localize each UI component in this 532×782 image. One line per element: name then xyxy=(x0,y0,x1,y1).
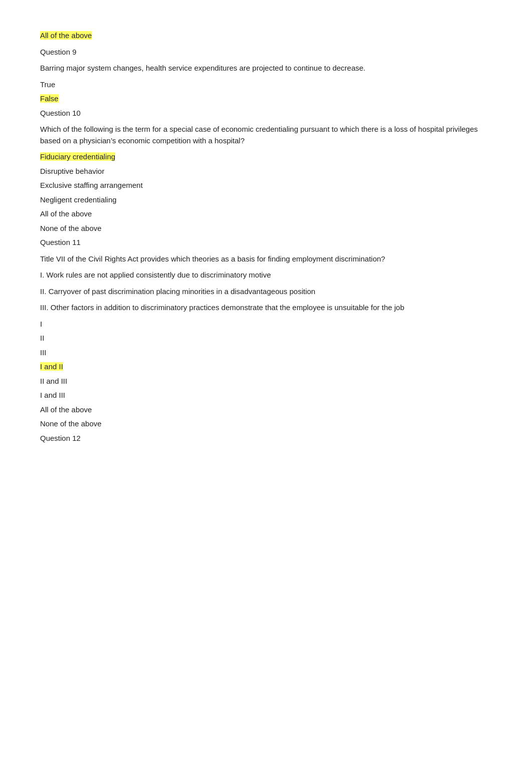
question-10-block: Question 10 Which of the following is th… xyxy=(40,108,492,234)
q10-option-2: Exclusive staffing arrangement xyxy=(40,180,492,191)
question-10-text: Which of the following is the term for a… xyxy=(40,124,492,146)
q11-option-6: All of the above xyxy=(40,404,492,416)
question-12-block: Question 12 xyxy=(40,433,492,444)
q10-option-0: Fiduciary credentialing xyxy=(40,151,492,163)
q11-option-5: I and III xyxy=(40,390,492,401)
q10-option-5: None of the above xyxy=(40,223,492,234)
question-9-text: Barring major system changes, health ser… xyxy=(40,63,492,74)
q11-option-1: II xyxy=(40,333,492,344)
question-9-label: Question 9 xyxy=(40,47,492,58)
question-10-label: Question 10 xyxy=(40,108,492,119)
question-11-block: Question 11 Title VII of the Civil Right… xyxy=(40,237,492,430)
q9-option-true: True xyxy=(40,79,492,91)
q11-option-4: II and III xyxy=(40,376,492,387)
q10-option-1: Disruptive behavior xyxy=(40,166,492,177)
q11-option-3: I and II xyxy=(40,361,492,373)
question-9-block: Question 9 Barring major system changes,… xyxy=(40,47,492,105)
q11-option-2: III xyxy=(40,347,492,359)
q11-statement-1: II. Carryover of past discrimination pla… xyxy=(40,286,492,298)
q10-option-3: Negligent credentialing xyxy=(40,194,492,206)
q11-statement-2: III. Other factors in addition to discri… xyxy=(40,302,492,314)
q11-option-0: I xyxy=(40,319,492,330)
q10-option-4: All of the above xyxy=(40,208,492,220)
q11-statement-0: I. Work rules are not applied consistent… xyxy=(40,270,492,281)
q11-option-7: None of the above xyxy=(40,418,492,430)
q9-option-false: False xyxy=(40,93,492,105)
q8-answer: All of the above xyxy=(40,30,492,42)
question-11-label: Question 11 xyxy=(40,237,492,248)
question-11-text: Title VII of the Civil Rights Act provid… xyxy=(40,253,492,265)
question-12-label: Question 12 xyxy=(40,433,492,444)
